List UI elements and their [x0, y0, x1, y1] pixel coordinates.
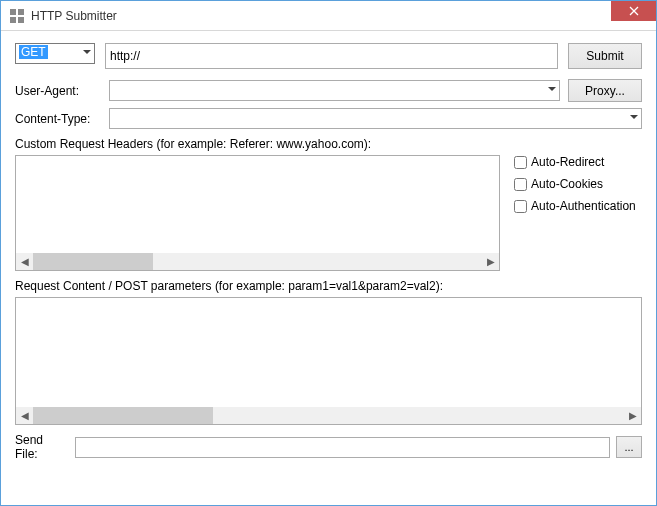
window-title: HTTP Submitter [31, 9, 117, 23]
chevron-down-icon [548, 87, 556, 91]
submit-button[interactable]: Submit [568, 43, 642, 69]
content-type-combo[interactable] [109, 108, 642, 129]
scrollbar-horizontal[interactable]: ◀ ▶ [16, 407, 641, 424]
send-file-input[interactable] [75, 437, 610, 458]
options-panel: Auto-Redirect Auto-Cookies Auto-Authenti… [514, 155, 642, 271]
scroll-thumb[interactable] [33, 253, 153, 270]
auto-redirect-label: Auto-Redirect [531, 155, 604, 169]
auto-cookies-label: Auto-Cookies [531, 177, 603, 191]
chevron-down-icon [83, 50, 91, 54]
chevron-down-icon [630, 115, 638, 119]
close-button[interactable] [611, 1, 656, 21]
auto-auth-checkbox[interactable] [514, 200, 527, 213]
url-input[interactable] [105, 43, 558, 69]
scroll-track[interactable] [33, 407, 624, 424]
user-agent-combo[interactable] [109, 80, 560, 101]
content-area: GET Submit User-Agent: Proxy... Content-… [1, 31, 656, 471]
auto-redirect-check[interactable]: Auto-Redirect [514, 155, 642, 169]
request-content-label: Request Content / POST parameters (for e… [15, 279, 642, 293]
custom-headers-label: Custom Request Headers (for example: Ref… [15, 137, 642, 151]
auto-cookies-checkbox[interactable] [514, 178, 527, 191]
scroll-right-icon[interactable]: ▶ [482, 253, 499, 270]
auto-auth-check[interactable]: Auto-Authentication [514, 199, 642, 213]
user-agent-label: User-Agent: [15, 84, 101, 98]
request-content-textarea[interactable]: ◀ ▶ [15, 297, 642, 425]
close-icon [629, 6, 639, 16]
send-file-label: Send File: [15, 433, 69, 461]
scroll-track[interactable] [33, 253, 482, 270]
auto-cookies-check[interactable]: Auto-Cookies [514, 177, 642, 191]
scroll-thumb[interactable] [33, 407, 213, 424]
scroll-left-icon[interactable]: ◀ [16, 407, 33, 424]
custom-headers-textarea[interactable]: ◀ ▶ [15, 155, 500, 271]
method-select[interactable]: GET [15, 43, 95, 64]
proxy-button[interactable]: Proxy... [568, 79, 642, 102]
content-type-label: Content-Type: [15, 112, 101, 126]
scroll-left-icon[interactable]: ◀ [16, 253, 33, 270]
auto-auth-label: Auto-Authentication [531, 199, 636, 213]
scroll-right-icon[interactable]: ▶ [624, 407, 641, 424]
scrollbar-horizontal[interactable]: ◀ ▶ [16, 253, 499, 270]
method-selected: GET [19, 45, 48, 59]
browse-button[interactable]: ... [616, 436, 642, 458]
app-icon [9, 8, 25, 24]
auto-redirect-checkbox[interactable] [514, 156, 527, 169]
titlebar: HTTP Submitter [1, 1, 656, 31]
